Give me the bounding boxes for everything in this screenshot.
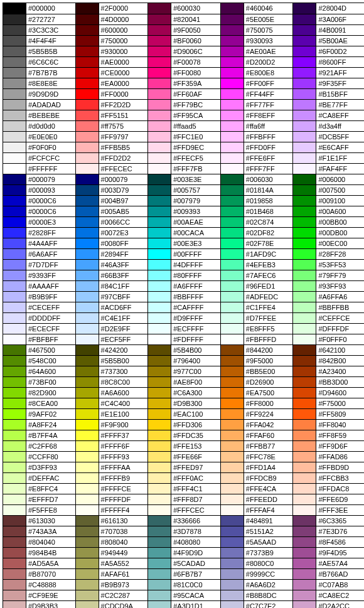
color-hex-label: #CDCD9A (99, 601, 149, 608)
color-swatch (221, 366, 244, 376)
color-swatch (221, 14, 244, 24)
color-swatch (293, 249, 316, 259)
color-cell: #424200 (76, 344, 149, 355)
color-swatch (148, 580, 171, 590)
color-hex-label: #FBFFFD (244, 334, 294, 344)
color-swatch (3, 590, 26, 600)
color-cell: #A5A552 (76, 558, 149, 568)
color-hex-label: #FDFFFF (171, 334, 221, 344)
color-cell: #5B00AE (293, 35, 364, 46)
color-hex-label: #ADADAD (26, 100, 76, 110)
color-swatch (148, 3, 171, 14)
color-hex-label: #8080C0 (244, 558, 294, 568)
color-swatch (76, 569, 99, 579)
color-cell: #0066CC (76, 216, 149, 227)
color-cell: #C7C7E2 (221, 600, 294, 608)
color-cell: #FFE66F (148, 451, 221, 462)
color-swatch (221, 164, 244, 174)
color-hex-label: #BF0060 (171, 36, 221, 46)
color-cell: #FFFCEC (148, 504, 221, 515)
color-hex-label: #96FED1 (244, 281, 294, 291)
color-hex-label: #00EC00 (316, 238, 364, 248)
color-hex-label: #BEBEBE (26, 110, 76, 120)
color-cell: #003D79 (76, 184, 149, 195)
color-cell: #5CADAD (148, 558, 221, 568)
color-cell: #AE8F00 (148, 376, 221, 387)
color-swatch (293, 462, 316, 472)
color-hex-label: #FFD306 (171, 420, 221, 430)
color-swatch (3, 398, 26, 408)
color-cell: #02C874 (221, 216, 294, 227)
color-swatch (3, 100, 26, 110)
color-swatch (3, 25, 26, 35)
color-hex-label: #BE77FF (316, 100, 364, 110)
color-hex-label: #EAC100 (171, 409, 221, 419)
color-cell: #AE57A4 (293, 558, 364, 568)
color-cell: #743A3A (3, 526, 76, 536)
color-cell: #FF9797 (76, 131, 149, 142)
color-swatch (76, 366, 99, 376)
color-hex-label: #FFA042 (244, 420, 294, 430)
color-hex-label: #00AEAE (171, 217, 221, 227)
color-hex-label: #9F0050 (171, 25, 221, 35)
color-cell: #019858 (221, 195, 294, 206)
color-cell: #82D900 (3, 387, 76, 398)
color-swatch (148, 526, 171, 536)
color-cell: #66B3FF (76, 270, 149, 280)
color-cell: #B9B973 (76, 579, 149, 590)
color-hex-label: #FF9D6F (316, 441, 364, 451)
color-swatch (148, 302, 171, 312)
color-swatch (76, 356, 99, 366)
color-cell: #FFA042 (221, 419, 294, 430)
color-hex-label: #9AFF02 (26, 409, 76, 419)
color-swatch (3, 569, 26, 579)
color-swatch (3, 228, 26, 238)
color-swatch (293, 334, 316, 344)
color-cell: #FF0080 (148, 67, 221, 78)
color-hex-label: #FFF4C1 (171, 484, 221, 494)
color-swatch (148, 452, 171, 462)
color-swatch (76, 388, 99, 398)
color-swatch (3, 366, 26, 376)
color-swatch (76, 462, 99, 472)
color-cell: #AD5A5A (3, 558, 76, 568)
color-hex-label: #97CBFF (99, 292, 149, 302)
color-cell: #80FFFF (148, 270, 221, 280)
color-cell: #E8FFC4 (3, 483, 76, 494)
color-hex-label: #750000 (99, 36, 149, 46)
color-swatch (76, 78, 99, 88)
color-cell: #D200D2 (221, 56, 294, 67)
color-cell: #003E3E (148, 174, 221, 184)
color-swatch (293, 238, 316, 248)
color-swatch (3, 324, 26, 334)
color-hex-label: #79FF79 (316, 270, 364, 280)
color-hex-label: #8F4586 (316, 537, 364, 547)
color-hex-label: #408080 (171, 537, 221, 547)
color-swatch (76, 313, 99, 323)
color-hex-label: #FF95CA (171, 110, 221, 120)
color-hex-label: #FF8F59 (316, 430, 364, 440)
color-cell: #C07AB8 (293, 579, 364, 590)
color-hex-label: #FFBB77 (244, 441, 294, 451)
color-hex-label: #ffaad5 (171, 121, 221, 131)
color-swatch (76, 14, 99, 24)
color-hex-label: #796400 (171, 356, 221, 366)
color-swatch (76, 174, 99, 184)
color-swatch (76, 142, 99, 152)
color-hex-label: #02F78E (244, 238, 294, 248)
color-cell: #7B7B7B (3, 67, 76, 78)
color-cell: #A8FF24 (3, 419, 76, 430)
color-cell: #BF0060 (148, 35, 221, 46)
color-hex-label: #9F35FF (316, 78, 364, 88)
color-cell: #408080 (148, 536, 221, 547)
color-cell: #7D7DFF (3, 259, 76, 270)
color-swatch (221, 516, 244, 526)
color-cell: #FBFBFF (3, 334, 76, 344)
color-cell: #FFF4C1 (148, 483, 221, 494)
color-cell: #009100 (293, 195, 364, 206)
color-swatch (76, 57, 99, 67)
color-cell: #02DF82 (221, 227, 294, 238)
color-hex-label: #004B97 (99, 196, 149, 206)
color-swatch (221, 580, 244, 590)
color-cell: #750000 (76, 35, 149, 46)
